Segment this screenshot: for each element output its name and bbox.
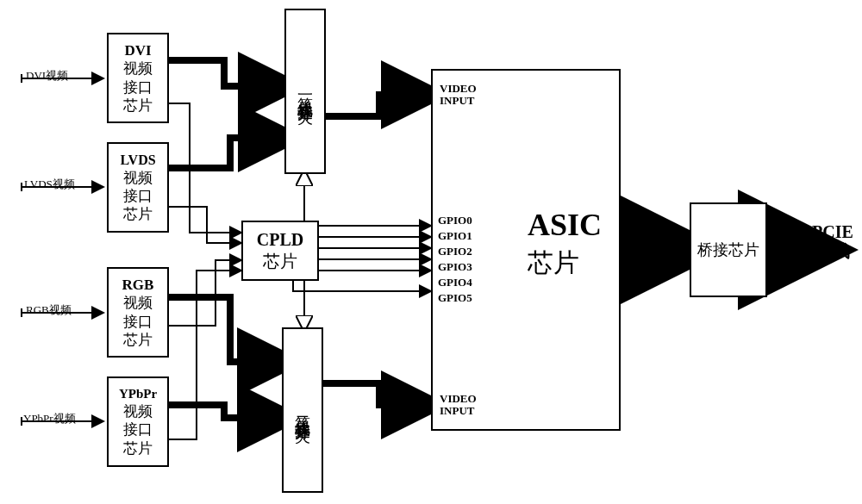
chip-bridge-label: 桥接芯片 [697,240,759,260]
chip-cpld-title: CPLD [257,229,303,251]
chip-dvi: DVI 视频 接口 芯片 [107,33,169,123]
selector-first: 第一总线选择开关 [284,9,326,174]
input-label-ypbpr: YPbPr视频 [23,411,76,426]
chip-bridge: 桥接芯片 [690,202,767,297]
chip-ypbpr-title: YPbPr [119,386,157,402]
asic-video-input-bottom: VIDEO INPUT [440,393,477,418]
chip-ypbpr-l4: 芯片 [123,439,153,457]
chip-dvi-l3: 接口 [123,78,153,96]
selector-first-label: 第一总线选择开关 [296,84,315,98]
chip-lvds-l2: 视频 [123,169,153,187]
chip-ypbpr: YPbPr 视频 接口 芯片 [107,376,169,467]
asic-gpio2: GPIO2 [438,245,472,258]
input-label-rgb: RGB视频 [26,302,72,318]
chip-lvds-l3: 接口 [123,187,153,205]
asic-gpio0: GPIO0 [438,214,472,227]
chip-lvds-l4: 芯片 [123,205,153,223]
input-label-lvds: LVDS视频 [24,177,75,192]
asic-gpio3: GPIO3 [438,260,472,274]
chip-asic-title: ASIC [528,208,602,243]
chip-rgb-title: RGB [122,276,154,294]
selector-second: 第二总线选择开关 [282,327,323,493]
input-label-dvi: DVI视频 [26,68,68,84]
chip-asic-sub: 芯片 [528,248,602,277]
output-pcie: PCIE 总线 [812,222,853,260]
output-pcie-l1: PCIE [812,222,853,241]
asic-gpio4: GPIO4 [438,276,472,289]
chip-lvds: LVDS 视频 接口 芯片 [107,142,169,233]
chip-ypbpr-l3: 接口 [123,420,153,439]
chip-rgb: RGB 视频 接口 芯片 [107,267,169,358]
chip-rgb-l3: 接口 [123,313,153,331]
chip-rgb-l2: 视频 [123,294,153,312]
chip-cpld-sub: 芯片 [263,251,297,272]
chip-cpld: CPLD 芯片 [241,221,319,281]
selector-second-label: 第二总线选择开关 [293,403,313,417]
asic-gpio1: GPIO1 [438,229,472,243]
chip-dvi-l4: 芯片 [123,96,153,115]
chip-ypbpr-l2: 视频 [123,402,153,420]
chip-rgb-l4: 芯片 [123,331,153,349]
asic-video-input-top: VIDEO INPUT [440,83,477,108]
output-pcie-l2: 总线 [812,241,853,260]
chip-lvds-title: LVDS [120,152,155,169]
chip-dvi-title: DVI [124,41,151,59]
chip-dvi-l2: 视频 [123,59,153,78]
asic-gpio5: GPIO5 [438,291,472,305]
